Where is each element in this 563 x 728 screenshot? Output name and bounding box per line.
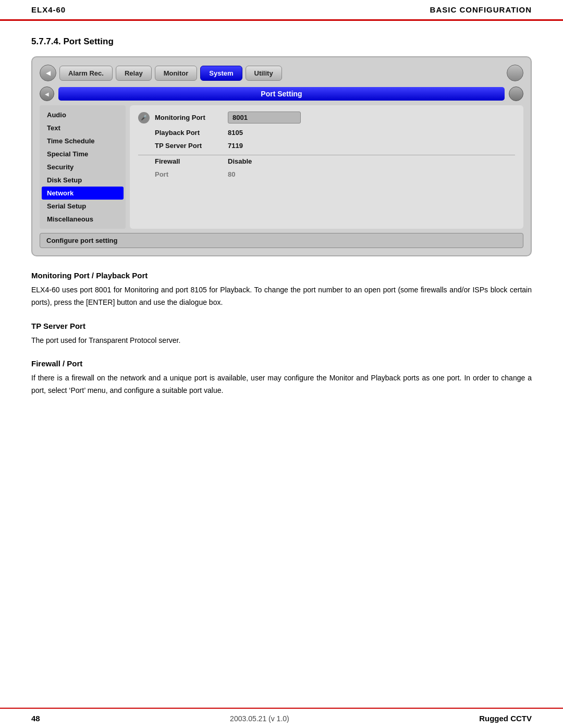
desc-heading-tp-server: TP Server Port	[31, 322, 532, 330]
desc-heading-monitoring: Monitoring Port / Playback Port	[31, 271, 532, 280]
sub-header-right-button[interactable]	[509, 87, 523, 101]
sidebar-item-time-schedule[interactable]: Time Schedule	[42, 134, 124, 147]
tab-bar: Alarm Rec. Relay Monitor System Utility	[40, 65, 523, 81]
sidebar-item-text[interactable]: Text	[42, 121, 124, 134]
playback-port-label: Playback Port	[155, 129, 223, 137]
tp-server-port-label: TP Server Port	[155, 142, 223, 150]
port-label: Port	[155, 170, 223, 178]
sidebar: Audio Text Time Schedule Special Time Se…	[40, 105, 126, 229]
mic-icon	[138, 112, 150, 124]
header-left: ELX4-60	[31, 5, 66, 14]
sidebar-item-audio[interactable]: Audio	[42, 108, 124, 121]
sub-header: Port Setting	[40, 87, 523, 101]
header-right: BASIC CONFIGURATION	[430, 5, 532, 14]
desc-text-tp-server: The port used for Transparent Protocol s…	[31, 335, 532, 347]
firewall-label: Firewall	[155, 157, 223, 165]
desc-text-firewall: If there is a firewall on the network an…	[31, 372, 532, 397]
sub-header-back-button[interactable]	[40, 87, 54, 101]
port-value: 80	[228, 170, 515, 178]
section-heading: 5.7.7.4. Port Setting	[31, 36, 532, 47]
desc-firewall: Firewall / Port If there is a firewall o…	[31, 359, 532, 397]
desc-monitoring-playback: Monitoring Port / Playback Port ELX4-60 …	[31, 271, 532, 309]
desc-heading-firewall: Firewall / Port	[31, 359, 532, 368]
desc-text-monitoring: ELX4-60 uses port 8001 for Monitoring an…	[31, 284, 532, 309]
status-bar: Configure port setting	[40, 233, 523, 248]
tab-relay[interactable]: Relay	[116, 66, 152, 81]
tab-system[interactable]: System	[200, 66, 242, 81]
port-row-monitoring: Monitoring Port 8001	[138, 112, 515, 124]
sub-header-title: Port Setting	[58, 87, 505, 101]
sidebar-item-network[interactable]: Network	[42, 187, 124, 200]
footer-version: 2003.05.21 (v 1.0)	[230, 714, 289, 723]
panel-body: Audio Text Time Schedule Special Time Se…	[40, 105, 523, 229]
page-footer: 48 2003.05.21 (v 1.0) Rugged CCTV	[0, 708, 563, 728]
ui-panel: Alarm Rec. Relay Monitor System Utility …	[31, 56, 532, 256]
firewall-value: Disable	[228, 157, 515, 165]
tab-back-button[interactable]	[40, 65, 56, 81]
page-header: ELX4-60 BASIC CONFIGURATION	[0, 0, 563, 21]
port-row-port: Port 80	[138, 170, 515, 178]
tab-utility[interactable]: Utility	[246, 66, 282, 81]
monitoring-port-label: Monitoring Port	[155, 114, 223, 121]
port-settings-panel: Monitoring Port 8001 Playback Port 8105 …	[130, 105, 523, 229]
tab-alarm-rec[interactable]: Alarm Rec.	[59, 66, 113, 81]
tp-server-port-value: 7119	[228, 142, 515, 150]
port-row-tp-server: TP Server Port 7119	[138, 142, 515, 150]
port-row-firewall: Firewall Disable	[138, 157, 515, 165]
footer-brand: Rugged CCTV	[479, 714, 532, 723]
tab-monitor[interactable]: Monitor	[155, 66, 198, 81]
sidebar-item-serial-setup[interactable]: Serial Setup	[42, 200, 124, 213]
monitoring-port-value[interactable]: 8001	[228, 112, 301, 124]
footer-page-number: 48	[31, 714, 40, 723]
main-content-area: 5.7.7.4. Port Setting Alarm Rec. Relay M…	[0, 36, 563, 397]
playback-port-value: 8105	[228, 129, 515, 137]
port-divider	[138, 155, 515, 155]
status-bar-text: Configure port setting	[46, 237, 118, 244]
desc-tp-server: TP Server Port The port used for Transpa…	[31, 322, 532, 347]
sidebar-item-special-time[interactable]: Special Time	[42, 147, 124, 161]
tab-extra-button[interactable]	[507, 65, 523, 81]
sidebar-item-security[interactable]: Security	[42, 161, 124, 174]
port-row-playback: Playback Port 8105	[138, 129, 515, 137]
sidebar-item-disk-setup[interactable]: Disk Setup	[42, 174, 124, 187]
sidebar-item-miscellaneous[interactable]: Miscellaneous	[42, 213, 124, 226]
